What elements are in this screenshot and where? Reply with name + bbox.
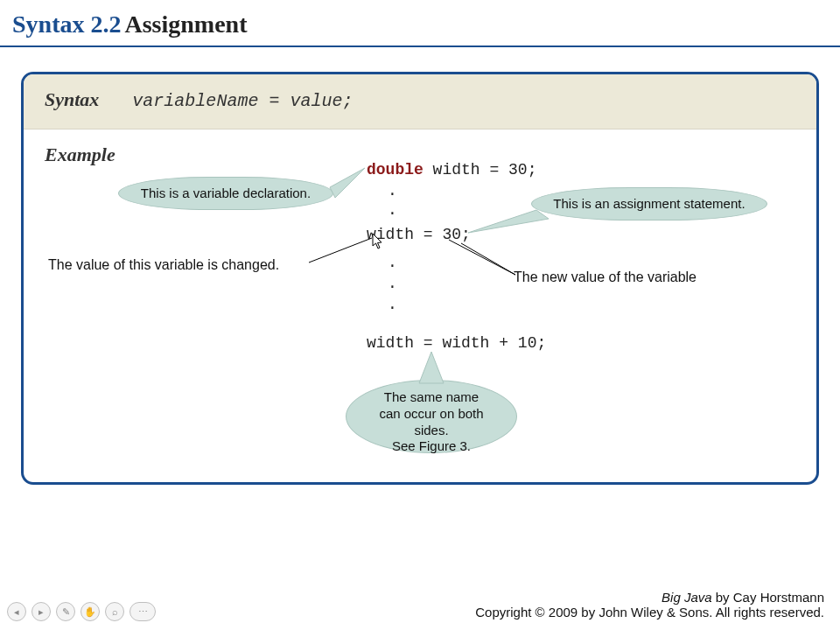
code-dot-1: . bbox=[388, 182, 397, 200]
code-line-1-rest: width = 30; bbox=[424, 161, 537, 178]
page-title-bar: Syntax 2.2 Assignment bbox=[0, 0, 840, 46]
next-button[interactable]: ▸ bbox=[32, 602, 51, 621]
code-line-3: width = width + 10; bbox=[367, 334, 546, 352]
footer-book-line: Big Java by Cay Horstmann bbox=[475, 590, 824, 605]
svg-line-3 bbox=[309, 238, 372, 262]
callout-declaration: This is a variable declaration. bbox=[118, 177, 333, 210]
footer-author: by Cay Horstmann bbox=[712, 590, 824, 605]
svg-line-5 bbox=[449, 240, 515, 275]
pen-button[interactable]: ✎ bbox=[56, 602, 75, 621]
next-icon: ▸ bbox=[38, 606, 44, 618]
note-value-changed: The value of this variable is changed. bbox=[48, 257, 279, 273]
prev-button[interactable]: ◂ bbox=[7, 602, 26, 621]
zoom-button[interactable]: ⌕ bbox=[105, 602, 124, 621]
code-dot-4: . bbox=[388, 275, 397, 292]
note-new-value: The new value of the variable bbox=[514, 270, 696, 285]
callout-both-sides: The same name can occur on both sides. S… bbox=[346, 380, 517, 453]
prev-icon: ◂ bbox=[14, 606, 19, 618]
hand-button[interactable]: ✋ bbox=[80, 602, 100, 621]
svg-marker-0 bbox=[330, 168, 365, 198]
hand-icon: ✋ bbox=[84, 606, 96, 618]
syntax-card: Syntax variableName = value; Example dou… bbox=[21, 72, 819, 485]
more-button[interactable]: ⋯ bbox=[130, 602, 156, 621]
syntax-label: Syntax bbox=[45, 88, 99, 110]
code-dot-2: . bbox=[388, 201, 397, 219]
code-line-1: double width = 30; bbox=[367, 161, 536, 178]
callout-both-sides-l3: See Figure 3. bbox=[392, 438, 471, 453]
footer: Big Java by Cay Horstmann Copyright © 20… bbox=[475, 590, 824, 620]
svg-marker-2 bbox=[419, 352, 444, 383]
more-icon: ⋯ bbox=[138, 606, 148, 618]
svg-marker-1 bbox=[468, 210, 549, 233]
title-rule bbox=[0, 46, 840, 47]
callout-both-sides-l2: can occur on both sides. bbox=[379, 406, 483, 438]
zoom-icon: ⌕ bbox=[112, 606, 118, 617]
code-line-2: width = 30; bbox=[367, 226, 471, 243]
title-main: Assignment bbox=[124, 10, 247, 38]
syntax-header: Syntax variableName = value; bbox=[24, 74, 816, 130]
code-dot-3: . bbox=[388, 254, 397, 271]
callout-assignment: This is an assignment statement. bbox=[531, 187, 767, 220]
code-dot-5: . bbox=[388, 296, 397, 313]
example-body: Example double width = 30; . . width = 3… bbox=[24, 130, 816, 485]
svg-line-4 bbox=[461, 243, 515, 275]
nav-controls: ◂ ▸ ✎ ✋ ⌕ ⋯ bbox=[7, 602, 156, 621]
syntax-expression: variableName = value; bbox=[132, 91, 353, 111]
title-prefix: Syntax 2.2 bbox=[12, 10, 121, 38]
callout-both-sides-l1: The same name bbox=[384, 389, 479, 404]
keyword-double: double bbox=[367, 161, 424, 178]
footer-book-title: Big Java bbox=[662, 590, 712, 605]
footer-copyright: Copyright © 2009 by John Wiley & Sons. A… bbox=[475, 605, 824, 620]
pen-icon: ✎ bbox=[62, 606, 70, 618]
